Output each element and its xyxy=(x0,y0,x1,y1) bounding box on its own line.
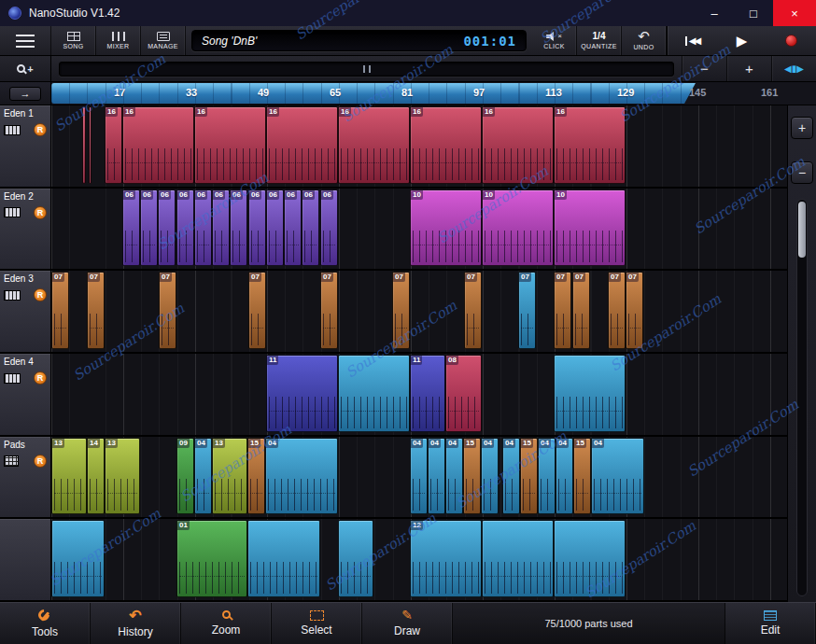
record-button[interactable] xyxy=(767,26,816,55)
pattern-clip[interactable]: 16 xyxy=(105,106,122,184)
draw-tool-button[interactable]: ✎ Draw xyxy=(362,603,453,644)
pattern-clip[interactable]: 04 xyxy=(410,438,428,515)
pattern-clip[interactable]: 14 xyxy=(87,438,105,515)
pattern-clip[interactable]: 10 xyxy=(410,189,482,267)
pattern-clip[interactable] xyxy=(554,520,626,597)
pattern-clip[interactable]: 06 xyxy=(284,189,302,267)
track-lane[interactable]: 070707070707070707070707 xyxy=(51,271,787,354)
zoom-tool-button[interactable]: Zoom xyxy=(181,603,272,644)
song-button[interactable]: SONG xyxy=(51,26,96,55)
pattern-clip[interactable]: 07 xyxy=(392,272,410,349)
pattern-clip[interactable]: 06 xyxy=(230,189,247,267)
record-arm-badge[interactable]: R xyxy=(34,455,47,468)
pattern-clip[interactable]: 16 xyxy=(482,106,554,184)
pattern-clip[interactable]: 09 xyxy=(176,438,194,515)
pan-zoom-tool-button[interactable]: + xyxy=(0,56,51,81)
pattern-clip[interactable]: 15 xyxy=(573,438,591,515)
auto-scroll-button[interactable]: ◀▮▶ xyxy=(771,56,816,81)
tools-button[interactable]: Tools xyxy=(0,603,91,644)
pattern-clip[interactable] xyxy=(51,520,105,597)
close-button[interactable]: × xyxy=(773,0,816,26)
pattern-clip[interactable]: 07 xyxy=(159,272,176,349)
pattern-clip[interactable]: 04 xyxy=(556,438,573,515)
song-display[interactable]: Song 'DnB' 001:01 xyxy=(191,30,527,51)
pattern-clip[interactable]: 04 xyxy=(502,438,520,515)
pattern-clip[interactable]: 11 xyxy=(410,355,445,432)
undo-button[interactable]: ↶ UNDO xyxy=(622,26,667,55)
pattern-clip[interactable]: 07 xyxy=(320,272,338,349)
pattern-clip[interactable]: 04 xyxy=(428,438,445,515)
pattern-clip[interactable]: 15 xyxy=(247,438,265,515)
vertical-scrollbar-thumb[interactable] xyxy=(798,202,806,258)
pattern-clip[interactable]: 16 xyxy=(554,106,626,184)
pattern-clip[interactable]: 07 xyxy=(554,272,571,349)
pattern-clip[interactable]: 07 xyxy=(518,272,536,349)
pattern-clip[interactable]: 13 xyxy=(105,438,140,515)
pattern-clip[interactable]: 08 xyxy=(445,355,482,432)
pattern-clip[interactable]: 07 xyxy=(248,272,266,349)
pattern-clip[interactable]: 06 xyxy=(122,189,140,267)
pattern-clip[interactable] xyxy=(89,106,91,184)
track-lane[interactable]: 060606060606060606060606101010 xyxy=(51,189,787,272)
record-arm-badge[interactable]: R xyxy=(34,288,47,301)
pattern-clip[interactable] xyxy=(338,520,373,597)
pattern-clip[interactable]: 07 xyxy=(626,272,643,349)
pattern-clip[interactable]: 06 xyxy=(194,189,212,267)
quantize-button[interactable]: 1/4 QUANTIZE xyxy=(577,26,622,55)
pattern-clip[interactable]: 16 xyxy=(194,106,266,184)
vertical-scrollbar[interactable] xyxy=(796,199,808,596)
rewind-button[interactable]: ◀◀ xyxy=(668,26,717,55)
edit-button[interactable]: Edit xyxy=(725,603,816,644)
track-header-eden-3[interactable]: Eden 3R xyxy=(0,271,51,354)
pattern-clip[interactable]: 11 xyxy=(266,355,338,432)
timeline-ruler[interactable]: 173349658197113129145161 → xyxy=(0,82,816,105)
pattern-clip[interactable]: 06 xyxy=(248,189,266,267)
pattern-clip[interactable] xyxy=(482,520,554,597)
pattern-clip[interactable]: 16 xyxy=(122,106,194,184)
pattern-clip[interactable]: 15 xyxy=(520,438,538,515)
pattern-clip[interactable]: 16 xyxy=(338,106,410,184)
pattern-clip[interactable]: 10 xyxy=(554,189,626,267)
track-header-eden-4[interactable]: Eden 4R xyxy=(0,354,51,437)
marker-arrow-icon[interactable]: → xyxy=(9,87,41,101)
pattern-clip[interactable]: 13 xyxy=(212,438,247,515)
pattern-clip[interactable]: 04 xyxy=(538,438,556,515)
record-arm-badge[interactable]: R xyxy=(34,123,47,136)
maximize-button[interactable]: □ xyxy=(734,0,773,26)
pattern-clip[interactable]: 13 xyxy=(51,438,87,515)
pattern-clip[interactable]: 07 xyxy=(51,272,69,349)
pattern-clip[interactable]: 10 xyxy=(482,189,554,267)
minimize-button[interactable]: – xyxy=(695,0,734,26)
track-zoom-in-button[interactable]: + xyxy=(791,117,813,139)
history-button[interactable]: ↶ History xyxy=(91,603,181,644)
pattern-clip[interactable]: 04 xyxy=(445,438,463,515)
pattern-clip[interactable]: 07 xyxy=(464,272,482,349)
pattern-clip[interactable]: 06 xyxy=(140,189,158,267)
track-lane[interactable]: 1616161616161616 xyxy=(51,105,787,189)
pattern-clip[interactable] xyxy=(247,520,320,597)
zoom-out-button[interactable]: − xyxy=(682,56,726,81)
pattern-clip[interactable]: 16 xyxy=(410,106,482,184)
pattern-clip[interactable]: 04 xyxy=(481,438,499,515)
pattern-clip[interactable]: 12 xyxy=(410,520,482,597)
record-arm-badge[interactable]: R xyxy=(34,206,47,219)
pattern-clip[interactable]: 07 xyxy=(572,272,590,349)
pattern-clip[interactable]: 06 xyxy=(212,189,230,267)
click-button[interactable]: × CLICK xyxy=(532,26,577,55)
scrollbar-grip[interactable] xyxy=(363,65,371,73)
track-lane[interactable]: 0112 xyxy=(51,519,787,602)
mixer-button[interactable]: MIXER xyxy=(96,26,141,55)
track-lane[interactable]: 111108 xyxy=(51,354,787,437)
play-button[interactable]: ▶ xyxy=(717,26,767,55)
pattern-clip[interactable]: 04 xyxy=(265,438,338,515)
record-arm-badge[interactable]: R xyxy=(34,371,47,385)
pattern-clip[interactable]: 04 xyxy=(194,438,212,515)
pattern-clip[interactable]: 15 xyxy=(463,438,481,515)
pattern-clip[interactable]: 04 xyxy=(591,438,644,515)
manage-button[interactable]: MANAGE xyxy=(141,26,186,55)
pattern-clip[interactable]: 16 xyxy=(266,106,338,184)
pattern-clip[interactable]: 06 xyxy=(320,189,338,267)
track-header-empty[interactable] xyxy=(0,519,51,602)
pattern-clip[interactable]: 06 xyxy=(302,189,319,267)
track-header-eden-2[interactable]: Eden 2R xyxy=(0,189,51,272)
